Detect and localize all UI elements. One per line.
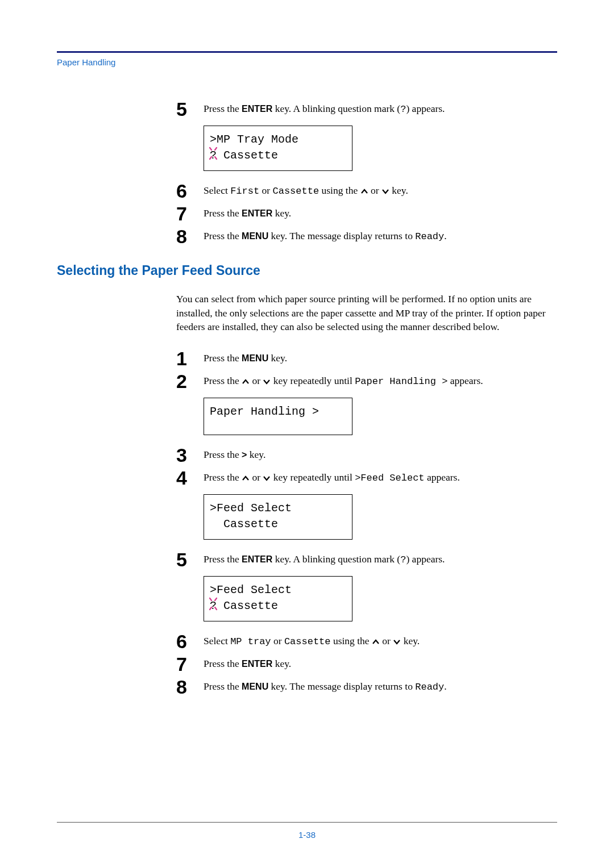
svg-line-1 xyxy=(215,148,217,150)
up-arrow-icon xyxy=(242,471,250,485)
step-text: Press the ENTER key. xyxy=(204,653,551,671)
svg-line-0 xyxy=(210,148,211,150)
option-mp-tray: MP tray xyxy=(230,636,271,647)
step-number: 2 xyxy=(176,370,204,391)
t: key. xyxy=(272,207,291,219)
step-text: Press the MENU key. The message display … xyxy=(204,226,551,244)
step-number: 4 xyxy=(176,467,204,487)
t: key. The message display returns to xyxy=(268,230,415,241)
section-heading-feed-source: Selecting the Paper Feed Source xyxy=(57,263,557,278)
status-ready: Ready xyxy=(415,682,444,692)
step-1b: 1 Press the MENU key. xyxy=(176,348,551,368)
step-2b: 2 Press the or key repeatedly until Pape… xyxy=(176,370,551,391)
lcd-line-2: ? Cassette xyxy=(210,148,346,164)
lcd-line-2: Cassette xyxy=(210,516,346,532)
step-number: 7 xyxy=(176,203,204,223)
step-text: Press the ENTER key. A blinking question… xyxy=(204,549,551,567)
t: Select xyxy=(204,185,230,196)
t: Press the xyxy=(204,553,242,565)
t: Press the xyxy=(204,230,242,241)
t: or xyxy=(250,471,263,483)
down-arrow-icon xyxy=(393,635,401,649)
step-text: Press the ENTER key. xyxy=(204,203,551,220)
step-number: 8 xyxy=(176,226,204,246)
menu-paper-handling: Paper Handling > xyxy=(355,376,447,387)
t: Press the xyxy=(204,681,242,692)
step-number: 6 xyxy=(176,631,204,651)
step-number: 5 xyxy=(176,98,204,119)
lcd-display-mp-tray: >MP Tray Mode ? Cassette xyxy=(204,126,352,171)
footer-rule xyxy=(57,822,557,823)
step-6b: 6 Select MP tray or Cassette using the o… xyxy=(176,631,551,651)
t: appears. xyxy=(425,471,460,483)
t: or xyxy=(368,185,381,196)
step-5b: 5 Press the ENTER key. A blinking questi… xyxy=(176,549,551,569)
lcd-display-feed-select-blink: >Feed Select ? Cassette xyxy=(204,576,352,621)
t: . xyxy=(444,681,446,692)
document-page: Paper Handling 5 Press the ENTER key. A … xyxy=(0,0,614,733)
t: or xyxy=(271,635,284,646)
t: key. xyxy=(272,658,291,669)
lcd-line-1: >MP Tray Mode xyxy=(210,132,346,148)
lcd-line-1: Paper Handling > xyxy=(210,404,346,420)
t: appears. xyxy=(447,375,483,386)
lcd-rest: Cassette xyxy=(217,149,278,162)
menu-feed-select: >Feed Select xyxy=(355,473,424,483)
key-menu: MENU xyxy=(242,682,268,691)
question-mark: ? xyxy=(400,554,406,565)
t: or xyxy=(380,635,393,646)
t: . xyxy=(444,230,446,241)
option-cassette: Cassette xyxy=(284,636,331,647)
page-number: 1-38 xyxy=(0,830,614,840)
t: key repeatedly until xyxy=(271,471,355,483)
step-text: Press the MENU key. xyxy=(204,348,551,365)
up-arrow-icon xyxy=(242,374,250,389)
t: using the xyxy=(331,635,372,646)
step-text: Press the > key. xyxy=(204,444,551,462)
lcd-line-2: ? Cassette xyxy=(210,598,346,614)
step-text: Press the or key repeatedly until >Feed … xyxy=(204,467,551,486)
key-enter: ENTER xyxy=(242,659,272,669)
t: Press the xyxy=(204,471,242,483)
status-ready: Ready xyxy=(415,231,444,242)
t: key. A blinking question mark ( xyxy=(272,103,400,114)
t: Press the xyxy=(204,658,242,669)
key-menu: MENU xyxy=(242,231,268,241)
key-enter: ENTER xyxy=(242,208,272,218)
t: Press the xyxy=(204,207,242,219)
t: key. The message display returns to xyxy=(268,681,415,692)
running-header: Paper Handling xyxy=(57,57,557,67)
blinking-question-icon: ? xyxy=(210,598,217,614)
lcd-display-feed-select: >Feed Select Cassette xyxy=(204,494,352,540)
down-arrow-icon xyxy=(263,471,271,485)
t: Select xyxy=(204,635,230,646)
step-8a: 8 Press the MENU key. The message displa… xyxy=(176,226,551,246)
t: Press the xyxy=(204,449,242,460)
option-cassette: Cassette xyxy=(272,186,319,197)
lcd-display-paper-handling: Paper Handling > xyxy=(204,398,352,435)
t: key repeatedly until xyxy=(271,375,355,386)
t: Press the xyxy=(204,352,242,364)
step-number: 6 xyxy=(176,180,204,201)
t: key. A blinking question mark ( xyxy=(272,553,400,565)
intro-paragraph: You can select from which paper source p… xyxy=(176,292,551,334)
t: or xyxy=(250,375,263,386)
t: key. xyxy=(401,635,420,646)
lcd-rest: Cassette xyxy=(217,599,278,612)
step-number: 5 xyxy=(176,549,204,569)
step-text: Select First or Cassette using the or ke… xyxy=(204,180,551,199)
step-number: 1 xyxy=(176,348,204,368)
t: ) appears. xyxy=(406,553,445,565)
step-text: Select MP tray or Cassette using the or … xyxy=(204,631,551,649)
step-4b: 4 Press the or key repeatedly until >Fee… xyxy=(176,467,551,487)
t: Press the xyxy=(204,375,242,386)
key-enter: ENTER xyxy=(242,104,272,114)
up-arrow-icon xyxy=(372,635,380,649)
svg-line-5 xyxy=(215,598,217,600)
blinking-question-icon: ? xyxy=(210,148,217,164)
header-rule xyxy=(57,51,557,53)
step-7a: 7 Press the ENTER key. xyxy=(176,203,551,223)
up-arrow-icon xyxy=(360,184,368,198)
svg-line-4 xyxy=(210,598,211,600)
question-mark: ? xyxy=(400,104,406,115)
